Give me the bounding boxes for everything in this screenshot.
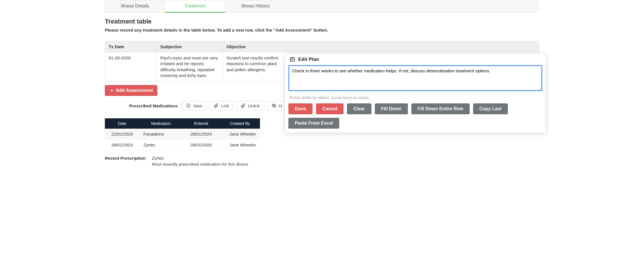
- th-objective[interactable]: Objective: [223, 41, 286, 52]
- instructions: Please record any treatment details in t…: [105, 28, 539, 32]
- new-button-label: New: [193, 103, 202, 108]
- paperclip-icon: [213, 103, 219, 108]
- add-assessment-label: Add Assessment: [116, 88, 153, 93]
- popover-title-text: Edit Plan: [298, 57, 319, 62]
- tab-illness-details[interactable]: Illness Details: [105, 0, 165, 12]
- cell-tx-date[interactable]: 01-28-2020: [105, 52, 157, 82]
- clear-button[interactable]: Clear: [347, 103, 371, 114]
- med-entered: 28/01/2020: [182, 140, 220, 150]
- th-blank-4[interactable]: [438, 41, 488, 52]
- popover-button-row: Done Cancel Clear Fill Down Fill Down En…: [288, 103, 542, 129]
- th-subjective[interactable]: Subjective: [157, 41, 223, 52]
- link-button-label: Link: [221, 103, 229, 108]
- link-button[interactable]: Link: [209, 101, 233, 110]
- unlink-button-label: Unlink: [248, 103, 260, 108]
- cancel-button[interactable]: Cancel: [316, 103, 344, 114]
- unlink-button[interactable]: Unlink: [236, 101, 264, 110]
- add-assessment-button[interactable]: Add Assessment: [105, 85, 157, 96]
- hide-button-label: H: [279, 103, 282, 108]
- th-blank-1[interactable]: [286, 41, 337, 52]
- popover-hint: Press enter to select, arrow keys to mov…: [290, 95, 541, 100]
- svg-rect-7: [290, 57, 295, 61]
- paperclip-icon: [240, 103, 246, 108]
- tab-illness-history[interactable]: Illness History: [225, 0, 286, 12]
- copy-last-button[interactable]: Copy Last: [473, 103, 508, 114]
- med-row[interactable]: 28/01/2020 Zyrtec 28/01/2020 Jane Wheele…: [105, 140, 260, 150]
- table-icon: [290, 57, 295, 62]
- med-created-by: Jane Wheeler: [220, 129, 260, 140]
- tabs-filler: [286, 0, 539, 12]
- prescribed-meds-label: Prescribed Medications: [129, 103, 178, 108]
- eye-off-icon: [271, 103, 277, 108]
- th-blank-2[interactable]: [337, 41, 387, 52]
- cell-subjective[interactable]: Paul's eyes and nose are very irritated …: [157, 52, 223, 82]
- tabs-bar: Illness Details Treatment Illness Histor…: [105, 0, 539, 13]
- edit-plan-popover: Edit Plan Press enter to select, arrow k…: [285, 53, 546, 133]
- med-date: 22/01/2020: [105, 129, 139, 140]
- medications-table: Date Medication Entered Created By 22/01…: [105, 118, 260, 150]
- th-medication[interactable]: Medication: [139, 118, 182, 129]
- cell-objective[interactable]: Scratch test results confirm reactions t…: [223, 52, 286, 82]
- med-name: Zyrtec: [139, 140, 182, 150]
- done-button[interactable]: Done: [288, 103, 313, 114]
- popover-title: Edit Plan: [290, 57, 542, 62]
- hide-button[interactable]: H: [267, 101, 286, 110]
- recent-prescription-label: Recent Prescription: [105, 156, 146, 161]
- paste-excel-button[interactable]: Paste From Excel: [288, 118, 339, 129]
- plus-icon: [109, 88, 114, 93]
- fill-row-button[interactable]: Fill Down Entire Row: [411, 103, 470, 114]
- med-entered: 28/01/2020: [182, 129, 220, 140]
- th-entered[interactable]: Entered: [182, 118, 220, 129]
- plan-textarea[interactable]: [288, 65, 542, 91]
- recent-prescription: Recent Prescription Zyrtec Most recently…: [105, 156, 539, 167]
- th-tx-date[interactable]: Tx Date: [105, 41, 157, 52]
- new-button[interactable]: New: [182, 101, 206, 110]
- th-med-date[interactable]: Date: [105, 118, 139, 129]
- med-row[interactable]: 22/01/2020 Panadeine 28/01/2020 Jane Whe…: [105, 129, 260, 140]
- page-title: Treatment table: [105, 18, 539, 25]
- med-created-by: Jane Wheeler: [220, 140, 260, 150]
- recent-prescription-value: Zyrtec: [152, 156, 248, 161]
- tab-treatment[interactable]: Treatment: [165, 0, 225, 13]
- th-created-by[interactable]: Created By: [220, 118, 260, 129]
- recent-prescription-desc: Most recently prescribed medication for …: [152, 162, 248, 167]
- fill-down-button[interactable]: Fill Down: [375, 103, 408, 114]
- med-date: 28/01/2020: [105, 140, 139, 150]
- th-blank-5[interactable]: [488, 41, 539, 52]
- med-name: Panadeine: [139, 129, 182, 140]
- plus-circle-icon: [186, 103, 191, 108]
- th-blank-3[interactable]: [387, 41, 438, 52]
